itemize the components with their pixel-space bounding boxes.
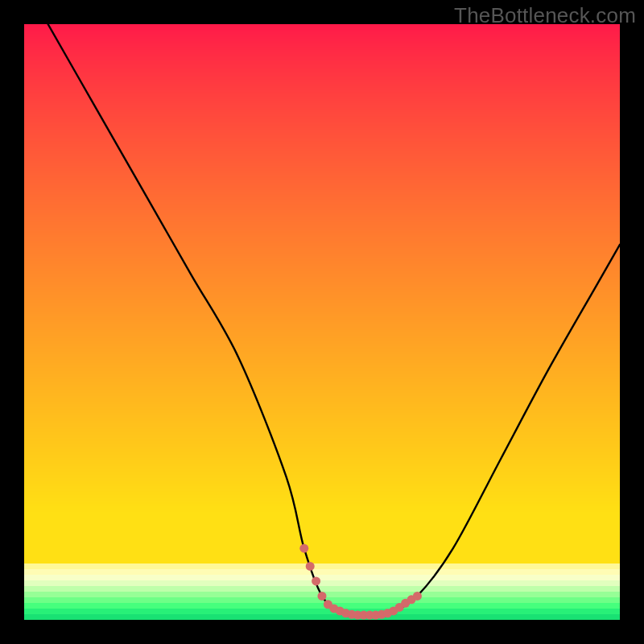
optimal-dot bbox=[312, 576, 320, 585]
optimal-dot bbox=[318, 592, 327, 601]
bottleneck-curve bbox=[48, 24, 620, 616]
chart-frame: TheBottleneck.com bbox=[0, 0, 644, 644]
watermark-label: TheBottleneck.com bbox=[454, 3, 636, 28]
curve-layer bbox=[24, 24, 620, 620]
optimal-dot bbox=[306, 562, 315, 571]
plot-area bbox=[24, 24, 620, 620]
optimal-band bbox=[299, 544, 422, 620]
optimal-dot bbox=[413, 592, 422, 601]
optimal-dot bbox=[299, 544, 308, 553]
